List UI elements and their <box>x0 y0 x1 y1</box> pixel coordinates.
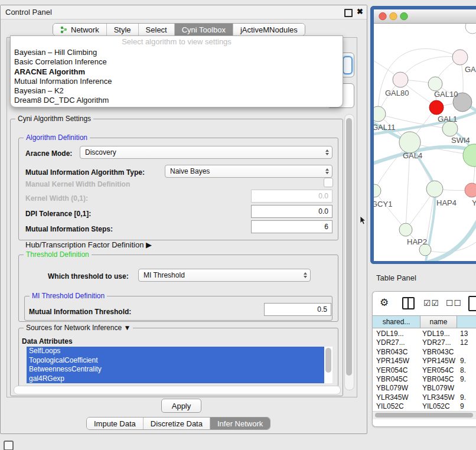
node-pink-upper[interactable] <box>452 50 468 65</box>
expand-right-icon: ▶ <box>146 240 152 249</box>
column-header-name[interactable]: name <box>420 315 457 328</box>
table-row[interactable]: YER054CYER054C8. <box>373 366 476 375</box>
algorithm-item-bayesian-k2[interactable]: Bayesian – K2 <box>11 86 343 96</box>
table-row[interactable]: YLR345WYLR345W9. <box>373 393 476 402</box>
network-window-titlebar[interactable] <box>374 9 476 24</box>
stepper-icon <box>304 272 307 278</box>
svg-text:GAL: GAL <box>465 65 476 74</box>
node-gal10[interactable] <box>428 77 442 91</box>
which-threshold-select[interactable]: MI Threshold <box>138 269 311 282</box>
split-panel-icon[interactable] <box>402 297 415 309</box>
attributes-scrollbar-thumb[interactable] <box>325 348 331 373</box>
algorithm-item-dream8[interactable]: Dream8 DC_TDC Algorithm <box>11 96 343 105</box>
settings-vertical-scrollbar[interactable] <box>344 114 354 390</box>
mac-minimize-button[interactable] <box>390 12 397 19</box>
algorithm-item-mutual-information[interactable]: Mutual Information Inference <box>11 77 343 86</box>
tab-infer-network[interactable]: Infer Network <box>210 418 270 429</box>
kernel-width-input[interactable]: 0.0 <box>251 190 332 203</box>
settings-horizontal-scrollbar[interactable] <box>14 386 341 394</box>
table-row[interactable]: YDR27...YDR27...12 <box>373 338 476 347</box>
tab-jactivemnodules[interactable]: jActiveMNodules <box>233 24 305 35</box>
cyni-algorithm-settings-title: Cyni Algorithm Settings <box>15 115 93 123</box>
dock-panel-icon[interactable] <box>4 441 14 450</box>
float-window-icon[interactable] <box>344 9 353 17</box>
table-row[interactable]: YBR043CYBR043C <box>373 348 476 357</box>
node-hap4[interactable] <box>426 181 443 197</box>
attribute-selfloops[interactable]: SelfLoops <box>27 347 324 356</box>
settings-vertical-scrollbar-thumb[interactable] <box>346 118 352 376</box>
table-row[interactable]: YBL079WYBL079W <box>373 384 476 393</box>
node-salmon[interactable] <box>465 183 476 197</box>
tab-style[interactable]: Style <box>106 24 138 35</box>
stepper-icon <box>325 149 329 155</box>
mi-type-value: Naive Bayes <box>170 167 210 175</box>
column-header-cut[interactable] <box>457 315 476 328</box>
attribute-gal4rgexp[interactable]: gal4RGexp <box>27 374 324 384</box>
tab-discretize-data[interactable]: Discretize Data <box>143 418 210 429</box>
svg-text:GAL10: GAL10 <box>434 90 458 99</box>
network-canvas[interactable]: GAL GAL80 GAL10 GAL1 GAL11 SWI4 GAL4 GCY… <box>374 24 476 261</box>
mi-type-label: Mutual Information Algorithm Type: <box>25 168 145 177</box>
node-partial-top[interactable] <box>465 24 476 34</box>
kernel-width-label: Kernel Width (0,1): <box>25 194 88 203</box>
aracne-mode-select[interactable]: Discovery <box>80 146 332 159</box>
threshold-definition-title: Threshold Definition <box>24 250 92 259</box>
mi-threshold-input[interactable]: 0.5 <box>264 303 331 316</box>
checked-boxes-icon[interactable]: ☑☑ <box>423 298 439 308</box>
unchecked-boxes-icon[interactable]: ☐☐ <box>446 298 462 308</box>
table-row[interactable]: YDL19...YDL19...13 <box>373 330 476 338</box>
mac-zoom-button[interactable] <box>400 12 407 19</box>
table-panel-title: Table Panel <box>370 273 416 282</box>
control-panel-tabs: Network Style Select Cyni Toolbox jActiv… <box>53 23 305 36</box>
table-toolbar: ⚙ ☑☑ ☐☐ <box>373 292 476 315</box>
node-gcy1[interactable] <box>374 184 381 197</box>
svg-text:GCY1: GCY1 <box>374 200 392 208</box>
hub-definition-toggle[interactable]: Hub/Transcription Factor Definition ▶ <box>25 240 152 249</box>
svg-text:GAL80: GAL80 <box>385 89 409 97</box>
table-row[interactable]: YBR045CYBR045C9. <box>373 375 476 384</box>
control-panel-title: Control Panel <box>5 8 52 17</box>
manual-kernel-label: Manual Kernel Width Definition <box>25 180 130 188</box>
table-row[interactable]: YIL052CYIL052C9 <box>373 402 476 411</box>
table-panel-header: Table Panel <box>370 266 476 289</box>
node-hap2[interactable] <box>399 223 412 236</box>
algorithm-item-aracne[interactable]: ARACNE Algorithm <box>11 67 343 77</box>
document-icon[interactable] <box>468 296 476 311</box>
attribute-topologicalcoefficient[interactable]: TopologicalCoefficient <box>27 356 324 366</box>
attribute-betweennesscentrality[interactable]: BetweennessCentrality <box>27 365 324 374</box>
tab-impute-data[interactable]: Impute Data <box>87 418 143 429</box>
tab-network[interactable]: Network <box>53 24 106 35</box>
table-horizontal-scrollbar[interactable] <box>373 411 476 419</box>
gear-icon[interactable]: ⚙ <box>380 296 389 309</box>
column-header-shared-name[interactable]: shared... <box>373 315 420 328</box>
control-panel: Control Panel ✖ Network Style Select Cyn… <box>0 5 367 434</box>
focused-stepper-fragment <box>343 56 353 74</box>
algorithm-item-basic-correlation[interactable]: Basic Correlation Inference <box>11 57 343 67</box>
node-gal4[interactable] <box>399 132 420 153</box>
mac-close-button[interactable] <box>379 12 386 19</box>
dpi-tolerance-label: DPI Tolerance [0,1]: <box>25 210 91 218</box>
apply-button[interactable]: Apply <box>161 399 201 413</box>
node-gal1-red[interactable] <box>429 100 444 115</box>
tab-cyni-toolbox[interactable]: Cyni Toolbox <box>174 24 233 35</box>
manual-kernel-checkbox[interactable] <box>324 178 333 187</box>
svg-text:GAL1: GAL1 <box>438 115 457 123</box>
close-icon[interactable]: ✖ <box>357 7 363 16</box>
table-horizontal-scrollbar-thumb[interactable] <box>375 413 473 418</box>
mi-steps-input[interactable]: 6 <box>251 220 332 233</box>
dpi-tolerance-input[interactable]: 0.0 <box>251 205 332 218</box>
screen: Control Panel ✖ Network Style Select Cyn… <box>0 0 476 450</box>
svg-text:HAP4: HAP4 <box>436 198 457 207</box>
bottom-tabs: Impute Data Discretize Data Infer Networ… <box>86 417 270 430</box>
tab-select[interactable]: Select <box>138 24 174 35</box>
mi-type-select[interactable]: Naive Bayes <box>165 165 332 178</box>
algorithm-definition-title: Algorithm Definition <box>24 133 90 142</box>
node-gal80[interactable] <box>393 72 408 87</box>
algorithm-item-bayesian-hill-climbing[interactable]: Bayesian – Hill Climbing <box>11 48 343 57</box>
table-row[interactable]: YPR145WYPR145W9. <box>373 357 476 366</box>
sources-title[interactable]: Sources for Network Inference ▼ <box>24 324 133 332</box>
mouse-cursor <box>360 216 368 226</box>
mi-threshold-group-title: MI Threshold Definition <box>30 292 107 300</box>
svg-text:HAP2: HAP2 <box>407 237 427 246</box>
data-attributes-label: Data Attributes <box>22 337 73 345</box>
